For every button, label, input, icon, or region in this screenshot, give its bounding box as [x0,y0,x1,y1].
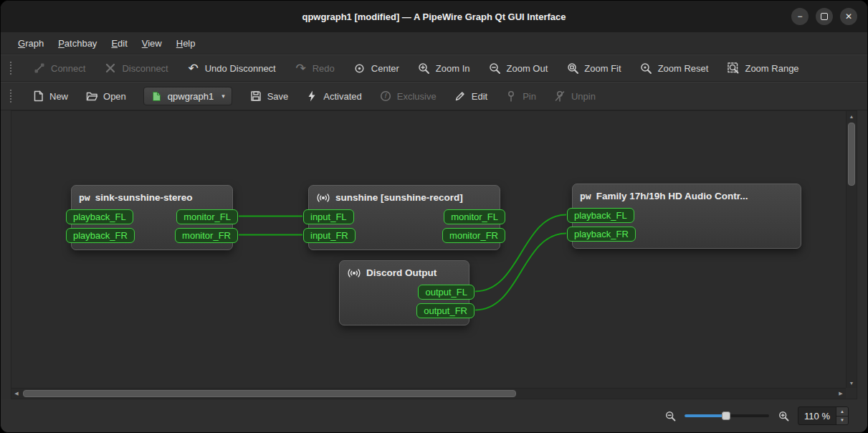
center-button[interactable]: Center [353,62,399,75]
toolbar-file: New Open qpwgraph1 ▾ Save Activate [1,82,867,110]
broadcast-icon [347,268,361,278]
connect-button[interactable]: Connect [33,62,85,75]
zoom-percent-spinbox[interactable]: 110 % ▲ ▼ [798,406,849,425]
port-monitor_FR[interactable]: monitor_FR [175,228,238,243]
minimize-button[interactable]: − [791,8,809,25]
unpin-icon [553,90,566,103]
minimize-icon: − [797,12,802,21]
zoom-slider-fill [685,414,726,417]
spin-buttons: ▲ ▼ [836,407,848,424]
port-monitor_FL[interactable]: monitor_FL [176,209,238,224]
node-header: sunshine [sunshine-record] [309,190,500,209]
toolbar-drag-handle[interactable] [9,89,13,103]
close-icon: ✕ [845,12,852,21]
undo-icon: ↶ [187,62,200,75]
menu-edit[interactable]: Edit [104,32,134,54]
graph-canvas[interactable]: pw sink-sunshine-stereo playback_FL moni… [11,111,846,388]
edit-button[interactable]: Edit [454,90,487,103]
port-monitor_FR[interactable]: monitor_FR [442,228,505,243]
exclusive-icon: f [379,90,392,103]
port-output_FL[interactable]: output_FL [418,285,474,300]
close-button[interactable]: ✕ [840,8,857,25]
port-input_FL[interactable]: input_FL [303,209,354,224]
zoom-out-small-icon[interactable] [664,409,677,422]
undo-disconnect-button[interactable]: ↶ Undo Disconnect [187,62,276,75]
port-playback_FR[interactable]: playback_FR [567,227,636,242]
horizontal-scroll-thumb[interactable] [23,390,516,397]
new-file-icon [32,90,44,103]
menu-patchbay[interactable]: Patchbay [51,32,104,54]
graph-canvas-frame: pw sink-sunshine-stereo playback_FL moni… [11,110,857,399]
save-icon [249,90,262,103]
port-output_FR[interactable]: output_FR [416,303,474,318]
unpin-button[interactable]: Unpin [553,90,596,103]
scroll-up-arrow[interactable]: ▲ [846,111,857,121]
window-controls: − ✕ [791,1,857,32]
node-sunshine[interactable]: sunshine [sunshine-record] input_FL moni… [308,185,500,250]
node-title: sunshine [sunshine-record] [335,191,463,204]
new-button[interactable]: New [32,90,68,103]
chevron-down-icon: ▾ [221,92,225,100]
scroll-right-arrow[interactable]: ▶ [836,389,846,399]
window-title: qpwgraph1 [modified] — A PipeWire Graph … [302,11,566,22]
zoom-in-small-icon[interactable] [777,409,790,422]
node-ports: output_FL output_FR [340,285,469,318]
port-playback_FR[interactable]: playback_FR [66,228,135,243]
spin-up-button[interactable]: ▲ [836,407,848,417]
menubar: Graph Patchbay Edit View Help [1,32,867,54]
menu-graph[interactable]: Graph [11,32,51,54]
open-button[interactable]: Open [85,90,126,103]
node-family-hd-audio[interactable]: pw Family 17h/19h HD Audio Contr... play… [572,184,801,249]
maximize-icon [821,13,828,20]
scroll-down-arrow[interactable]: ▼ [846,378,857,388]
scroll-left-arrow[interactable]: ◀ [11,389,22,399]
zoom-percent-value[interactable]: 110 % [798,411,836,422]
patchbay-file-combo[interactable]: qpwgraph1 ▾ [143,87,232,105]
toolbar-drag-handle[interactable] [9,61,13,75]
pencil-icon [454,90,467,103]
disconnect-button[interactable]: Disconnect [104,62,168,75]
zoom-range-button[interactable]: Zoom Range [727,62,798,75]
node-title: Discord Output [366,267,437,280]
node-title: Family 17h/19h HD Audio Contr... [596,190,748,203]
port-input_FR[interactable]: input_FR [303,228,356,243]
vertical-scroll-thumb[interactable] [848,123,855,186]
zoom-slider[interactable] [685,410,769,422]
exclusive-toggle[interactable]: f Exclusive [379,90,437,103]
port-monitor_FL[interactable]: monitor_FL [444,209,505,224]
port-playback_FL[interactable]: playback_FL [66,209,133,224]
node-discord-output[interactable]: Discord Output output_FL output_FR [339,260,469,325]
lightning-bolt-icon [305,90,318,103]
zoom-slider-handle[interactable] [722,411,730,420]
redo-button[interactable]: ↷ Redo [295,62,335,75]
titlebar[interactable]: qpwgraph1 [modified] — A PipeWire Graph … [1,1,867,32]
pipewire-icon: pw [79,191,90,204]
node-sink-sunshine-stereo[interactable]: pw sink-sunshine-stereo playback_FL moni… [71,185,233,250]
horizontal-scrollbar[interactable]: ◀ ▶ [11,388,846,399]
zoom-reset-icon [640,62,653,75]
zoom-in-button[interactable]: Zoom In [418,62,470,75]
menu-help[interactable]: Help [169,32,203,54]
open-folder-icon [85,90,98,103]
zoom-in-icon [418,62,431,75]
node-header: Discord Output [340,265,469,285]
broadcast-icon [316,193,330,203]
zoom-fit-button[interactable]: Zoom Fit [566,62,621,75]
patchbay-file-name: qpwgraph1 [168,91,214,102]
center-icon [353,62,366,75]
zoom-range-icon [727,62,740,75]
node-title: sink-sunshine-stereo [95,191,193,204]
pin-button[interactable]: Pin [505,90,536,103]
save-button[interactable]: Save [249,90,289,103]
vertical-scrollbar[interactable]: ▲ ▼ [846,111,857,388]
zoom-out-button[interactable]: Zoom Out [489,62,548,75]
maximize-button[interactable] [816,8,833,25]
port-playback_FL[interactable]: playback_FL [567,208,634,223]
menu-view[interactable]: View [135,32,169,54]
connect-icon [33,62,46,75]
spin-down-button[interactable]: ▼ [836,417,848,425]
svg-text:f: f [385,92,388,100]
redo-icon: ↷ [295,62,307,75]
activated-toggle[interactable]: Activated [305,90,361,103]
zoom-reset-button[interactable]: Zoom Reset [640,62,709,75]
